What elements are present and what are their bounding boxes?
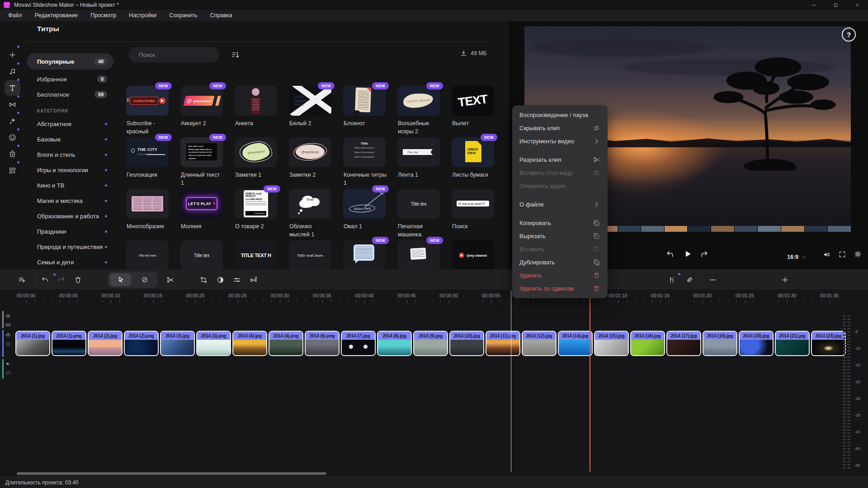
sidebar-item-titles[interactable] — [5, 80, 20, 96]
timeline-clip[interactable]: 2014 (10).jpg — [449, 331, 484, 356]
timeline-clip[interactable]: 2014 (7).jpg — [341, 331, 376, 356]
track-titles-track-eye-icon[interactable] — [5, 313, 11, 319]
timeline-clip[interactable]: 2014 (19).jpg — [703, 331, 737, 356]
previous-frame-button[interactable] — [665, 250, 675, 259]
select-tool-button[interactable] — [110, 273, 131, 286]
slip-tool-button[interactable] — [136, 273, 154, 286]
track-audio-track-link-off-icon[interactable] — [5, 370, 11, 376]
undo-button[interactable] — [38, 273, 51, 286]
properties-button[interactable] — [231, 273, 243, 286]
tab-favorites[interactable]: Избранное0 — [27, 71, 113, 87]
next-frame-button[interactable] — [700, 250, 709, 259]
crop-button[interactable] — [197, 273, 210, 286]
timeline-clip[interactable]: 2014 (6).png — [305, 331, 340, 356]
fullscreen-button[interactable] — [838, 250, 846, 258]
timeline[interactable]: 00:00:0000:00:0500:00:1000:00:1500:00:20… — [0, 290, 868, 476]
timeline-clip[interactable]: 2014 (2).png — [124, 331, 159, 356]
timeline-clip[interactable]: 2014 (12).jpg — [522, 331, 557, 356]
timeline-clip[interactable]: 2014 (4).png — [269, 331, 303, 356]
track-audio-track-speaker-icon[interactable] — [5, 361, 11, 367]
horizontal-scrollbar[interactable] — [17, 472, 326, 475]
track-video-track-burst-icon[interactable] — [5, 341, 11, 347]
timeline-clip[interactable]: 2014 (16).jpg — [630, 331, 665, 356]
maximize-button[interactable] — [825, 0, 846, 10]
sidebar-item-more[interactable] — [5, 163, 20, 178]
timeline-clip[interactable]: 2014 (20).jpg — [739, 331, 774, 356]
add-clip-button[interactable] — [15, 273, 28, 286]
close-button[interactable] — [846, 0, 868, 10]
tab-popular[interactable]: Популярные40 — [27, 53, 113, 70]
context-menu-item-paste[interactable]: Вставить — [512, 243, 608, 256]
search-input[interactable] — [139, 52, 218, 58]
sidebar-item-store[interactable] — [5, 146, 20, 162]
context-menu-item-hide-clip[interactable]: Скрывать клип — [512, 122, 608, 135]
timeline-clip[interactable]: 2014 (11).jpg — [486, 331, 520, 356]
timeline-clip[interactable]: 2014 (1).jpg — [15, 331, 50, 356]
preview-settings-button[interactable] — [854, 250, 862, 258]
menubar-item-view[interactable]: Просмотр — [84, 10, 123, 21]
zoom-in-button[interactable] — [778, 273, 791, 286]
sidebar-item-add-media[interactable] — [5, 47, 20, 63]
menubar-item-help[interactable]: Справка — [203, 10, 238, 21]
volume-button[interactable] — [822, 250, 831, 259]
context-menu-item-about-file[interactable]: О файле — [512, 198, 608, 211]
playhead[interactable] — [590, 290, 590, 472]
sidebar-item-effects[interactable] — [5, 113, 20, 129]
context-menu-item-copy[interactable]: Копировать — [512, 216, 608, 230]
category-item[interactable]: Игры и технологии — [27, 163, 113, 177]
split-button[interactable] — [164, 273, 176, 286]
context-menu-item-play-pause[interactable]: Воспроизведение / пауза — [512, 108, 608, 122]
category-item[interactable]: Природа и путешествия — [27, 240, 113, 253]
category-item[interactable]: Магия и мистика — [27, 194, 113, 207]
search-box[interactable] — [129, 47, 219, 62]
draw-tool-button[interactable] — [684, 273, 696, 286]
timeline-clip[interactable]: 2014 (3).jpg — [160, 331, 195, 356]
timeline-clip[interactable]: 2014 (15).jpg — [594, 331, 629, 356]
category-item[interactable]: Базовые — [27, 132, 113, 146]
menubar-item-file[interactable]: Файл — [2, 10, 28, 21]
sort-button[interactable] — [231, 50, 240, 59]
context-menu-item-cut[interactable]: Вырезать — [512, 230, 608, 243]
play-button[interactable] — [682, 249, 693, 259]
context-menu-item-freeze-frame[interactable]: Вставить стоп-кадр — [512, 166, 608, 179]
timeline-clip[interactable]: 2014 (21).jpg — [775, 331, 810, 356]
menubar-item-edit[interactable]: Редактирование — [28, 10, 84, 21]
timeline-clip[interactable]: 2014 (9).jpg — [413, 331, 448, 356]
timeline-clip[interactable]: 2014 (23).jpg — [811, 331, 846, 356]
category-item[interactable]: Абстрактное — [27, 117, 113, 131]
timeline-clip[interactable]: 2014 (17).jpg — [666, 331, 701, 356]
zoom-out-button[interactable] — [706, 273, 719, 286]
context-menu-item-split-clip[interactable]: Разрезать клип — [512, 153, 608, 166]
tab-free[interactable]: Бесплатное59 — [27, 86, 113, 103]
menubar-item-save[interactable]: Сохранить — [163, 10, 203, 21]
sidebar-item-transitions[interactable] — [5, 97, 20, 113]
category-item[interactable]: Влоги и стиль — [27, 148, 113, 161]
context-menu-item-delete[interactable]: Удалить — [512, 269, 608, 282]
delete-button[interactable] — [71, 273, 84, 286]
category-item[interactable]: Образование и работа — [27, 209, 113, 223]
timeline-clip[interactable]: 2014 (4).jpg — [232, 331, 267, 356]
category-item[interactable]: Кино и ТВ — [27, 178, 113, 192]
context-menu-item-duplicate[interactable]: Дублировать — [512, 256, 608, 269]
context-menu-item-detach-audio[interactable]: Открепить аудио — [512, 179, 608, 192]
category-item[interactable]: Семья и дети — [27, 255, 113, 269]
track-titles-track-link-icon[interactable] — [5, 322, 11, 328]
color-adjust-button[interactable] — [214, 273, 226, 286]
track-video-track-eye-icon[interactable] — [5, 332, 11, 338]
timeline-clip[interactable]: 2014 (1).png — [52, 331, 86, 356]
audio-mix-button[interactable] — [665, 273, 678, 286]
timeline-clip[interactable]: 2014 (8).jpg — [377, 331, 412, 356]
minimize-button[interactable] — [803, 0, 825, 10]
add-transition-button[interactable] — [247, 273, 260, 286]
menubar-item-settings[interactable]: Настройки — [123, 10, 163, 21]
sidebar-item-stickers[interactable] — [5, 130, 20, 145]
redo-button[interactable] — [55, 273, 67, 286]
sidebar-item-audio[interactable] — [5, 64, 20, 80]
aspect-ratio-select[interactable]: 16:9 — [787, 254, 807, 260]
context-menu-item-delete-ripple[interactable]: Удалить со сдвигом — [512, 282, 608, 295]
context-menu-item-video-tools[interactable]: Инструменты видео — [512, 135, 608, 148]
timeline-clip[interactable]: 2014 (2).jpg — [88, 331, 123, 356]
timeline-clip[interactable]: 2014 (3).png — [196, 331, 231, 356]
timeline-clip[interactable]: 2014 (14).jpg — [558, 331, 593, 356]
help-button[interactable]: ? — [842, 28, 856, 42]
